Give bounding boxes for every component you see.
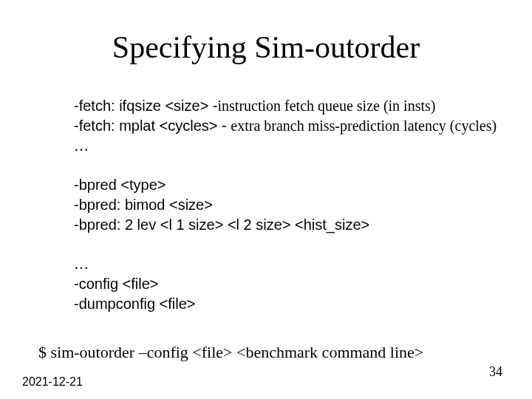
desc-fetch-mplat: extra branch miss-prediction latency (cy… xyxy=(231,117,497,134)
line-fetch-mplat: -fetch: mplat <cycles> - extra branch mi… xyxy=(74,116,502,136)
opt-fetch-mplat: -fetch: mplat <cycles> - xyxy=(74,117,231,134)
desc-fetch-ifqsize: instruction fetch queue size (in insts) xyxy=(218,98,436,114)
line-bpred-2lev: -bpred: 2 lev <l 1 size> <l 2 size> <his… xyxy=(74,215,502,235)
line-config: -config <file> xyxy=(74,274,502,294)
line-bpred-type: -bpred <type> xyxy=(74,175,502,195)
block-config: … -config <file> -dumpconfig <file> xyxy=(74,254,502,314)
slide-title: Specifying Sim-outorder xyxy=(0,30,532,65)
line-bpred-bimod: -bpred: bimod <size> xyxy=(74,195,502,215)
example-command: $ sim-outorder –config <file> <benchmark… xyxy=(38,343,423,362)
line-dumpconfig: -dumpconfig <file> xyxy=(74,294,502,314)
block-bpred: -bpred <type> -bpred: bimod <size> -bpre… xyxy=(74,175,502,235)
opt-fetch-ifqsize: -fetch: ifqsize <size> - xyxy=(74,98,218,114)
line-ellipsis-2: … xyxy=(74,254,502,274)
page-number: 34 xyxy=(489,364,502,380)
footer-date: 2021-12-21 xyxy=(22,375,83,389)
slide-body: -fetch: ifqsize <size> -instruction fetc… xyxy=(74,96,502,333)
line-ellipsis-1: … xyxy=(74,136,502,156)
slide: Specifying Sim-outorder -fetch: ifqsize … xyxy=(0,0,532,399)
line-fetch-ifqsize: -fetch: ifqsize <size> -instruction fetc… xyxy=(74,96,502,116)
block-fetch: -fetch: ifqsize <size> -instruction fetc… xyxy=(74,96,502,156)
